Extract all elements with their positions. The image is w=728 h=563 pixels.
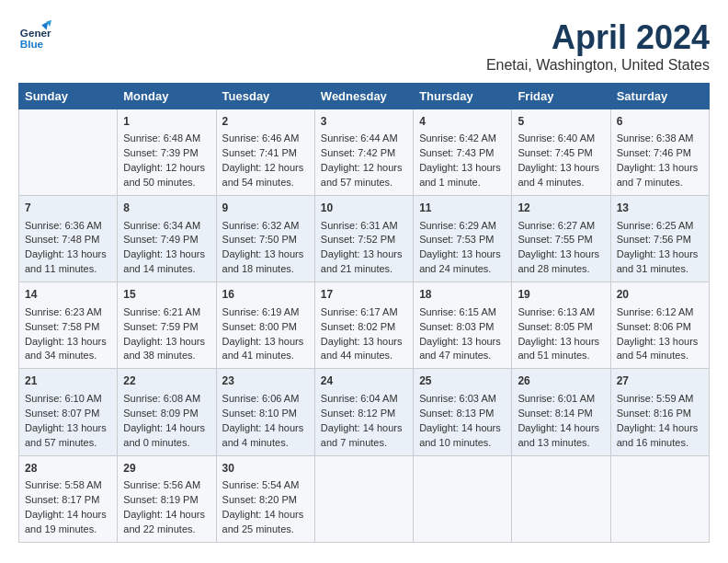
calendar-cell: 25Sunrise: 6:03 AMSunset: 8:13 PMDayligh… (414, 369, 512, 455)
calendar-cell: 8Sunrise: 6:34 AMSunset: 7:49 PMDaylight… (118, 196, 216, 282)
day-info: and 10 minutes. (419, 436, 506, 451)
day-info: and 7 minutes. (617, 176, 703, 190)
day-info: Daylight: 13 hours (25, 247, 111, 262)
day-header-monday: Monday (118, 84, 216, 109)
day-info: Daylight: 13 hours (123, 335, 210, 350)
day-info: Sunset: 7:42 PM (321, 146, 407, 161)
calendar-cell: 5Sunrise: 6:40 AMSunset: 7:45 PMDaylight… (512, 109, 610, 196)
day-number: 18 (419, 287, 506, 303)
day-info: Daylight: 12 hours (222, 161, 309, 176)
day-info: Sunrise: 6:21 AM (123, 305, 210, 320)
calendar-cell: 24Sunrise: 6:04 AMSunset: 8:12 PMDayligh… (314, 369, 413, 455)
day-info: Sunrise: 6:03 AM (419, 392, 506, 407)
day-info: Daylight: 14 hours (321, 421, 407, 436)
day-info: Daylight: 13 hours (617, 247, 703, 262)
day-info: Sunset: 8:00 PM (222, 320, 309, 335)
location: Enetai, Washington, United States (486, 57, 710, 74)
day-number: 9 (222, 201, 309, 216)
day-number: 22 (123, 373, 210, 389)
logo: General Blue (18, 18, 51, 52)
day-info: Daylight: 12 hours (321, 161, 407, 176)
calendar-cell: 12Sunrise: 6:27 AMSunset: 7:55 PMDayligh… (512, 196, 610, 282)
day-info: Sunset: 8:14 PM (518, 407, 604, 421)
day-header-sunday: Sunday (19, 84, 118, 109)
day-info: Sunset: 8:02 PM (321, 320, 407, 335)
day-info: and 16 minutes. (617, 436, 703, 451)
day-info: Sunrise: 6:48 AM (123, 132, 210, 146)
day-info: Sunrise: 6:25 AM (617, 219, 703, 234)
calendar-cell: 29Sunrise: 5:56 AMSunset: 8:19 PMDayligh… (118, 455, 216, 542)
day-info: Sunset: 7:43 PM (419, 146, 506, 161)
day-info: Daylight: 13 hours (518, 335, 604, 350)
day-info: Sunrise: 6:19 AM (222, 305, 309, 320)
day-header-tuesday: Tuesday (216, 84, 314, 109)
calendar-cell (19, 109, 118, 196)
day-number: 11 (419, 201, 506, 216)
day-info: Daylight: 14 hours (222, 421, 309, 436)
day-info: and 41 minutes. (222, 349, 309, 363)
day-info: Sunrise: 6:44 AM (321, 132, 407, 146)
day-number: 28 (25, 461, 111, 477)
day-info: Daylight: 13 hours (222, 247, 309, 262)
day-info: Sunrise: 6:13 AM (518, 305, 604, 320)
day-info: and 51 minutes. (518, 349, 604, 363)
calendar-cell (512, 455, 610, 542)
calendar-cell (610, 455, 709, 542)
calendar-cell: 16Sunrise: 6:19 AMSunset: 8:00 PMDayligh… (216, 282, 314, 369)
day-info: and 21 minutes. (321, 262, 407, 277)
week-row-1: 1Sunrise: 6:48 AMSunset: 7:39 PMDaylight… (19, 109, 710, 196)
day-info: Sunrise: 6:32 AM (222, 219, 309, 234)
day-info: Sunrise: 5:59 AM (617, 392, 703, 407)
day-number: 16 (222, 287, 309, 303)
day-info: Sunrise: 6:27 AM (518, 219, 604, 234)
day-number: 4 (419, 114, 506, 130)
day-number: 15 (123, 287, 210, 303)
day-info: Sunset: 7:59 PM (123, 320, 210, 335)
week-row-3: 14Sunrise: 6:23 AMSunset: 7:58 PMDayligh… (19, 282, 710, 369)
day-header-thursday: Thursday (414, 84, 512, 109)
day-info: and 13 minutes. (518, 436, 604, 451)
calendar-cell: 9Sunrise: 6:32 AMSunset: 7:50 PMDaylight… (216, 196, 314, 282)
day-info: and 54 minutes. (222, 176, 309, 190)
day-info: and 31 minutes. (617, 262, 703, 277)
day-info: and 7 minutes. (321, 436, 407, 451)
calendar-cell: 21Sunrise: 6:10 AMSunset: 8:07 PMDayligh… (19, 369, 118, 455)
month-title: April 2024 (486, 18, 710, 57)
day-number: 27 (617, 373, 703, 389)
day-number: 6 (617, 114, 703, 130)
day-info: Sunrise: 6:23 AM (25, 305, 111, 320)
week-row-2: 7Sunrise: 6:36 AMSunset: 7:48 PMDaylight… (19, 196, 710, 282)
day-info: Daylight: 13 hours (617, 161, 703, 176)
day-info: Sunset: 8:05 PM (518, 320, 604, 335)
day-number: 20 (617, 287, 703, 303)
day-info: Sunset: 7:55 PM (518, 233, 604, 247)
day-info: Sunset: 7:58 PM (25, 320, 111, 335)
calendar-cell: 10Sunrise: 6:31 AMSunset: 7:52 PMDayligh… (314, 196, 413, 282)
day-info: Sunset: 8:20 PM (222, 493, 309, 508)
day-info: Sunset: 8:07 PM (25, 407, 111, 421)
day-info: Sunset: 7:39 PM (123, 146, 210, 161)
calendar-cell: 2Sunrise: 6:46 AMSunset: 7:41 PMDaylight… (216, 109, 314, 196)
day-info: Daylight: 13 hours (419, 247, 506, 262)
calendar-cell: 22Sunrise: 6:08 AMSunset: 8:09 PMDayligh… (118, 369, 216, 455)
day-info: Sunrise: 5:58 AM (25, 478, 111, 493)
day-info: Daylight: 14 hours (123, 421, 210, 436)
day-info: and 4 minutes. (518, 176, 604, 190)
day-info: and 57 minutes. (25, 436, 111, 451)
day-number: 7 (25, 201, 111, 216)
calendar-cell: 17Sunrise: 6:17 AMSunset: 8:02 PMDayligh… (314, 282, 413, 369)
day-info: and 19 minutes. (25, 523, 111, 537)
day-info: Sunset: 7:52 PM (321, 233, 407, 247)
calendar-cell: 27Sunrise: 5:59 AMSunset: 8:16 PMDayligh… (610, 369, 709, 455)
logo-icon: General Blue (18, 18, 51, 52)
day-info: and 11 minutes. (25, 262, 111, 277)
calendar-cell (414, 455, 512, 542)
calendar-cell: 7Sunrise: 6:36 AMSunset: 7:48 PMDaylight… (19, 196, 118, 282)
day-info: Daylight: 13 hours (419, 161, 506, 176)
page-header: General Blue April 2024 Enetai, Washingt… (18, 18, 710, 74)
day-info: Sunrise: 6:46 AM (222, 132, 309, 146)
calendar-cell: 6Sunrise: 6:38 AMSunset: 7:46 PMDaylight… (610, 109, 709, 196)
day-info: and 54 minutes. (617, 349, 703, 363)
day-info: and 1 minute. (419, 176, 506, 190)
title-block: April 2024 Enetai, Washington, United St… (486, 18, 710, 74)
